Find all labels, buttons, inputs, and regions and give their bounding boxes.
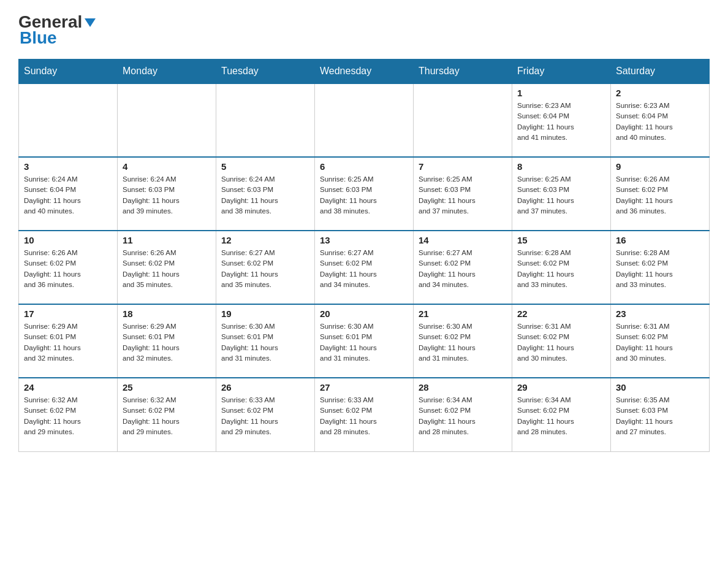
calendar-cell [216, 83, 315, 157]
calendar-cell: 23Sunrise: 6:31 AM Sunset: 6:02 PM Dayli… [611, 304, 710, 378]
calendar-cell: 16Sunrise: 6:28 AM Sunset: 6:02 PM Dayli… [611, 231, 710, 304]
day-info: Sunrise: 6:33 AM Sunset: 6:02 PM Dayligh… [221, 395, 309, 437]
logo: General Blue [18, 12, 97, 48]
day-number: 16 [616, 235, 704, 245]
day-info: Sunrise: 6:26 AM Sunset: 6:02 PM Dayligh… [123, 248, 211, 290]
day-number: 4 [123, 161, 211, 172]
calendar-cell: 11Sunrise: 6:26 AM Sunset: 6:02 PM Dayli… [118, 231, 216, 304]
calendar-cell: 12Sunrise: 6:27 AM Sunset: 6:02 PM Dayli… [216, 231, 315, 304]
day-number: 10 [24, 235, 112, 245]
calendar-cell: 25Sunrise: 6:32 AM Sunset: 6:02 PM Dayli… [118, 378, 216, 451]
day-info: Sunrise: 6:23 AM Sunset: 6:04 PM Dayligh… [517, 101, 605, 143]
day-info: Sunrise: 6:26 AM Sunset: 6:02 PM Dayligh… [24, 248, 112, 290]
day-info: Sunrise: 6:28 AM Sunset: 6:02 PM Dayligh… [616, 248, 704, 290]
calendar-cell: 24Sunrise: 6:32 AM Sunset: 6:02 PM Dayli… [19, 378, 118, 451]
calendar-cell: 8Sunrise: 6:25 AM Sunset: 6:03 PM Daylig… [512, 157, 611, 231]
day-number: 17 [24, 308, 112, 319]
calendar-cell [414, 83, 512, 157]
day-info: Sunrise: 6:32 AM Sunset: 6:02 PM Dayligh… [123, 395, 211, 437]
svg-marker-0 [85, 18, 96, 27]
weekday-header-wednesday: Wednesday [315, 59, 414, 84]
calendar-cell [118, 83, 216, 157]
weekday-header-saturday: Saturday [611, 59, 710, 84]
calendar-week-row: 24Sunrise: 6:32 AM Sunset: 6:02 PM Dayli… [19, 378, 710, 451]
calendar-cell: 26Sunrise: 6:33 AM Sunset: 6:02 PM Dayli… [216, 378, 315, 451]
day-info: Sunrise: 6:24 AM Sunset: 6:03 PM Dayligh… [123, 174, 211, 216]
calendar-week-row: 10Sunrise: 6:26 AM Sunset: 6:02 PM Dayli… [19, 231, 710, 304]
calendar-week-row: 1Sunrise: 6:23 AM Sunset: 6:04 PM Daylig… [19, 83, 710, 157]
day-info: Sunrise: 6:26 AM Sunset: 6:02 PM Dayligh… [616, 174, 704, 216]
weekday-header-monday: Monday [118, 59, 216, 84]
day-info: Sunrise: 6:29 AM Sunset: 6:01 PM Dayligh… [123, 321, 211, 364]
day-number: 22 [517, 308, 605, 319]
day-number: 18 [123, 308, 211, 319]
calendar-cell: 6Sunrise: 6:25 AM Sunset: 6:03 PM Daylig… [315, 157, 414, 231]
day-info: Sunrise: 6:31 AM Sunset: 6:02 PM Dayligh… [616, 321, 704, 364]
logo-triangle-icon [83, 16, 97, 29]
weekday-header-thursday: Thursday [414, 59, 512, 84]
calendar-cell: 27Sunrise: 6:33 AM Sunset: 6:02 PM Dayli… [315, 378, 414, 451]
day-info: Sunrise: 6:30 AM Sunset: 6:01 PM Dayligh… [320, 321, 408, 364]
day-number: 23 [616, 308, 704, 319]
day-number: 26 [221, 382, 309, 393]
day-number: 25 [123, 382, 211, 393]
day-info: Sunrise: 6:30 AM Sunset: 6:01 PM Dayligh… [221, 321, 309, 364]
calendar-cell: 10Sunrise: 6:26 AM Sunset: 6:02 PM Dayli… [19, 231, 118, 304]
day-info: Sunrise: 6:24 AM Sunset: 6:04 PM Dayligh… [24, 174, 112, 216]
calendar-cell [19, 83, 118, 157]
calendar-cell: 7Sunrise: 6:25 AM Sunset: 6:03 PM Daylig… [414, 157, 512, 231]
day-number: 8 [517, 161, 605, 172]
calendar-week-row: 3Sunrise: 6:24 AM Sunset: 6:04 PM Daylig… [19, 157, 710, 231]
day-number: 24 [24, 382, 112, 393]
calendar-cell: 3Sunrise: 6:24 AM Sunset: 6:04 PM Daylig… [19, 157, 118, 231]
day-info: Sunrise: 6:27 AM Sunset: 6:02 PM Dayligh… [320, 248, 408, 290]
day-info: Sunrise: 6:31 AM Sunset: 6:02 PM Dayligh… [517, 321, 605, 364]
day-info: Sunrise: 6:28 AM Sunset: 6:02 PM Dayligh… [517, 248, 605, 290]
weekday-header-sunday: Sunday [19, 59, 118, 84]
day-number: 20 [320, 308, 408, 319]
calendar-cell [315, 83, 414, 157]
day-number: 27 [320, 382, 408, 393]
day-number: 11 [123, 235, 211, 245]
day-number: 7 [419, 161, 507, 172]
calendar-cell: 28Sunrise: 6:34 AM Sunset: 6:02 PM Dayli… [414, 378, 512, 451]
day-info: Sunrise: 6:25 AM Sunset: 6:03 PM Dayligh… [320, 174, 408, 216]
day-info: Sunrise: 6:35 AM Sunset: 6:03 PM Dayligh… [616, 395, 704, 437]
calendar-cell: 2Sunrise: 6:23 AM Sunset: 6:04 PM Daylig… [611, 83, 710, 157]
day-info: Sunrise: 6:34 AM Sunset: 6:02 PM Dayligh… [419, 395, 507, 437]
day-number: 19 [221, 308, 309, 319]
calendar-cell: 5Sunrise: 6:24 AM Sunset: 6:03 PM Daylig… [216, 157, 315, 231]
day-info: Sunrise: 6:33 AM Sunset: 6:02 PM Dayligh… [320, 395, 408, 437]
day-info: Sunrise: 6:27 AM Sunset: 6:02 PM Dayligh… [221, 248, 309, 290]
day-number: 1 [517, 88, 605, 98]
calendar-cell: 18Sunrise: 6:29 AM Sunset: 6:01 PM Dayli… [118, 304, 216, 378]
day-number: 15 [517, 235, 605, 245]
day-number: 2 [616, 88, 704, 98]
calendar-cell: 19Sunrise: 6:30 AM Sunset: 6:01 PM Dayli… [216, 304, 315, 378]
day-number: 5 [221, 161, 309, 172]
day-number: 6 [320, 161, 408, 172]
weekday-header-row: SundayMondayTuesdayWednesdayThursdayFrid… [19, 59, 710, 84]
weekday-header-friday: Friday [512, 59, 611, 84]
calendar-cell: 1Sunrise: 6:23 AM Sunset: 6:04 PM Daylig… [512, 83, 611, 157]
calendar-cell: 22Sunrise: 6:31 AM Sunset: 6:02 PM Dayli… [512, 304, 611, 378]
day-number: 28 [419, 382, 507, 393]
day-number: 29 [517, 382, 605, 393]
day-info: Sunrise: 6:34 AM Sunset: 6:02 PM Dayligh… [517, 395, 605, 437]
calendar-cell: 20Sunrise: 6:30 AM Sunset: 6:01 PM Dayli… [315, 304, 414, 378]
day-number: 9 [616, 161, 704, 172]
day-number: 14 [419, 235, 507, 245]
day-info: Sunrise: 6:24 AM Sunset: 6:03 PM Dayligh… [221, 174, 309, 216]
weekday-header-tuesday: Tuesday [216, 59, 315, 84]
calendar-cell: 30Sunrise: 6:35 AM Sunset: 6:03 PM Dayli… [611, 378, 710, 451]
day-info: Sunrise: 6:25 AM Sunset: 6:03 PM Dayligh… [419, 174, 507, 216]
day-info: Sunrise: 6:25 AM Sunset: 6:03 PM Dayligh… [517, 174, 605, 216]
calendar-cell: 29Sunrise: 6:34 AM Sunset: 6:02 PM Dayli… [512, 378, 611, 451]
day-info: Sunrise: 6:27 AM Sunset: 6:02 PM Dayligh… [419, 248, 507, 290]
calendar-cell: 4Sunrise: 6:24 AM Sunset: 6:03 PM Daylig… [118, 157, 216, 231]
calendar-cell: 14Sunrise: 6:27 AM Sunset: 6:02 PM Dayli… [414, 231, 512, 304]
day-info: Sunrise: 6:32 AM Sunset: 6:02 PM Dayligh… [24, 395, 112, 437]
day-info: Sunrise: 6:30 AM Sunset: 6:02 PM Dayligh… [419, 321, 507, 364]
calendar-cell: 13Sunrise: 6:27 AM Sunset: 6:02 PM Dayli… [315, 231, 414, 304]
calendar-week-row: 17Sunrise: 6:29 AM Sunset: 6:01 PM Dayli… [19, 304, 710, 378]
